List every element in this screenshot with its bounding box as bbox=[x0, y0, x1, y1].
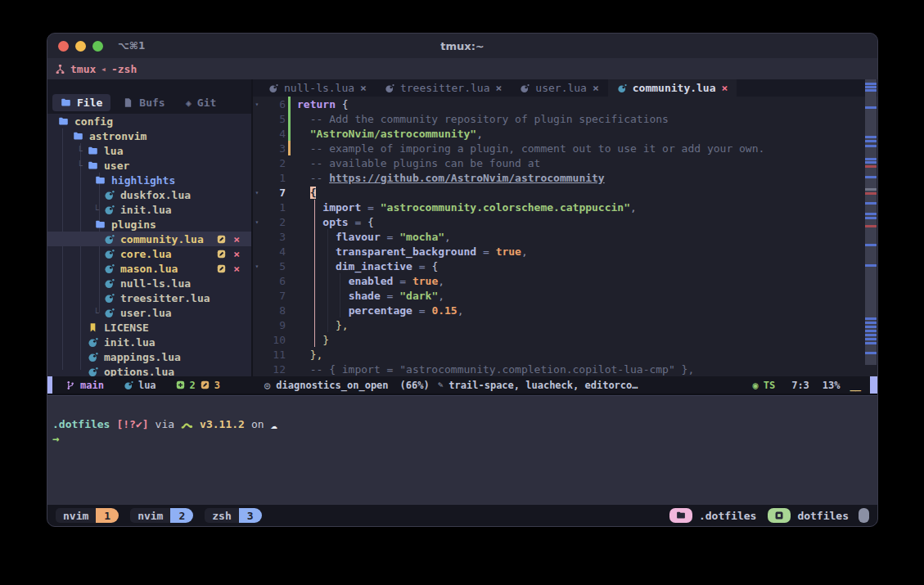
tmux-window-zsh-3[interactable]: zsh3 bbox=[205, 508, 261, 523]
buffer-tab-user.lua[interactable]: user.lua× bbox=[511, 79, 607, 97]
buffer-tab-treesitter.lua[interactable]: treesitter.lua× bbox=[376, 79, 511, 97]
buffer-tab-null-ls.lua[interactable]: null-ls.lua× bbox=[259, 79, 376, 97]
scrollbar-mark bbox=[865, 165, 877, 168]
tree-item-duskfox.lua[interactable]: duskfox.lua bbox=[47, 187, 251, 202]
tree-item-astronvim[interactable]: astronvim bbox=[47, 128, 251, 143]
code-line[interactable]: 9 }, bbox=[251, 317, 877, 332]
tree-item-name: mason.lua bbox=[120, 263, 178, 275]
code-line[interactable]: 2 -- available plugins can be found at bbox=[251, 155, 877, 170]
buffer-tab-community.lua[interactable]: community.lua× bbox=[608, 79, 737, 97]
line-number: 3 bbox=[263, 231, 286, 243]
sign-column bbox=[286, 244, 294, 259]
tmux-window-index: 1 bbox=[96, 508, 119, 523]
code-line[interactable]: 4 "AstroNvim/astrocommunity", bbox=[251, 126, 877, 141]
tmux-status-dotfiles: .dotfiles bbox=[669, 508, 763, 523]
code-line[interactable]: 4 transparent_background = true, bbox=[251, 244, 877, 259]
code-line[interactable]: 6 enabled = true, bbox=[251, 273, 877, 288]
code-text: enabled = true, bbox=[297, 275, 444, 287]
fold-icon[interactable]: ▾ bbox=[251, 218, 263, 226]
folder-icon bbox=[669, 508, 692, 523]
code-line[interactable]: ▾7 { bbox=[251, 185, 877, 200]
tmux-window-nvim-2[interactable]: nvim2 bbox=[130, 508, 193, 523]
scrollbar-mark bbox=[865, 225, 877, 227]
sign-column bbox=[286, 155, 294, 170]
minimize-window-button[interactable] bbox=[75, 41, 86, 52]
tree-item-options.lua[interactable]: options.lua bbox=[47, 364, 251, 376]
scroll-percent: 13% bbox=[823, 380, 841, 391]
close-icon[interactable]: × bbox=[722, 82, 728, 94]
code-line[interactable]: 5 -- Add the community repository of plu… bbox=[251, 111, 877, 126]
file-badges: × bbox=[217, 263, 251, 274]
sign-column bbox=[286, 288, 294, 303]
fold-icon[interactable]: ▾ bbox=[251, 263, 263, 270]
close-icon[interactable]: × bbox=[360, 82, 367, 94]
diagnostics-icon: ◎ bbox=[264, 380, 270, 391]
window-title: tmux:~ bbox=[47, 40, 877, 52]
lua-icon bbox=[103, 190, 115, 200]
line-number: 1 bbox=[263, 201, 286, 214]
code-text: flavour = "mocha", bbox=[297, 231, 451, 243]
tree-item-treesitter.lua[interactable]: treesitter.lua bbox=[47, 290, 251, 305]
sidebar-tab-git[interactable]: ◈Git bbox=[178, 94, 225, 111]
code-area[interactable]: ▾6return {5 -- Add the community reposit… bbox=[251, 97, 877, 376]
tree-item-null-ls.lua[interactable]: null-ls.lua bbox=[47, 276, 251, 290]
sign-column bbox=[286, 185, 294, 200]
code-line[interactable]: ▾5 dim_inactive = { bbox=[251, 259, 877, 273]
close-icon[interactable]: × bbox=[593, 82, 599, 94]
close-window-button[interactable] bbox=[58, 41, 69, 52]
code-line[interactable]: 1 -- https://github.com/AstroNvim/astroc… bbox=[251, 170, 877, 185]
formatters-list: trail-space, luacheck, editorco… bbox=[448, 380, 638, 391]
code-line[interactable]: 1 import = "astrocommunity.colorscheme.c… bbox=[251, 200, 877, 214]
panel-divider[interactable] bbox=[251, 79, 253, 376]
ruler-cursor-marker: __ bbox=[850, 380, 860, 391]
tree-item-user[interactable]: └user bbox=[47, 158, 251, 173]
tree-item-config[interactable]: config bbox=[47, 114, 251, 128]
tree-item-init.lua[interactable]: └init.lua bbox=[47, 202, 251, 217]
lua-icon bbox=[520, 83, 530, 93]
tree-item-LICENSE[interactable]: LICENSE bbox=[47, 320, 251, 335]
shell-pane[interactable]: .dotfiles [!?✔] via v3.11.2 on ☁ → bbox=[47, 395, 877, 505]
fold-icon[interactable]: ▾ bbox=[251, 189, 263, 196]
tree-item-highlights[interactable]: highlights bbox=[47, 173, 251, 187]
code-line[interactable]: 11 }, bbox=[251, 347, 877, 362]
filetype-segment: lua bbox=[124, 380, 156, 391]
tmux-status-dotfiles: dotfiles bbox=[768, 508, 855, 523]
tree-item-core.lua[interactable]: core.lua× bbox=[47, 246, 251, 261]
tmux-window-nvim-1[interactable]: nvim1 bbox=[56, 508, 119, 523]
scrollbar[interactable] bbox=[865, 79, 877, 365]
folder-icon bbox=[57, 116, 69, 127]
session-icon bbox=[768, 508, 791, 523]
tree-item-plugins[interactable]: plugins bbox=[47, 217, 251, 232]
scrollbar-mark bbox=[865, 338, 877, 340]
code-line[interactable]: 10 } bbox=[251, 332, 877, 347]
sidebar-tab-file[interactable]: File bbox=[52, 94, 110, 111]
code-text: transparent_background = true, bbox=[297, 245, 528, 258]
tree-item-mappings.lua[interactable]: mappings.lua bbox=[47, 349, 251, 364]
tree-item-community.lua[interactable]: community.lua× bbox=[47, 232, 251, 246]
titlebar[interactable]: ⌥⌘1 tmux:~ bbox=[47, 34, 877, 58]
tree-item-mason.lua[interactable]: mason.lua× bbox=[47, 261, 251, 276]
zoom-window-button[interactable] bbox=[92, 41, 103, 52]
sign-column bbox=[286, 200, 294, 214]
code-line[interactable]: ▾6return { bbox=[251, 97, 877, 111]
line-number: 4 bbox=[263, 245, 286, 258]
code-line[interactable]: ▾2 opts = { bbox=[251, 214, 877, 229]
code-line[interactable]: 12 -- { import = "astrocommunity.complet… bbox=[251, 362, 877, 376]
sidebar-tab-bufs[interactable]: Bufs bbox=[115, 94, 173, 111]
fold-icon[interactable]: ▾ bbox=[251, 101, 263, 108]
code-line[interactable]: 3 -- example of imporing a plugin, comme… bbox=[251, 141, 877, 155]
code-line[interactable]: 7 shade = "dark", bbox=[251, 288, 877, 303]
tree-item-user.lua[interactable]: └user.lua bbox=[47, 305, 251, 320]
git-changed-count: 3 bbox=[214, 380, 220, 391]
traffic-lights bbox=[58, 41, 103, 52]
tree-item-init.lua[interactable]: init.lua bbox=[47, 335, 251, 349]
code-line[interactable]: 3 flavour = "mocha", bbox=[251, 229, 877, 244]
scrollbar-mark bbox=[865, 317, 877, 320]
code-line[interactable]: 8 percentage = 0.15, bbox=[251, 303, 877, 317]
close-icon[interactable]: × bbox=[496, 82, 503, 94]
lsp-progress: (66%) bbox=[400, 380, 430, 391]
tree-item-lua[interactable]: └lua bbox=[47, 143, 251, 158]
tmux-window-name: zsh bbox=[205, 508, 238, 523]
window-shortcut-hint: ⌥⌘1 bbox=[118, 40, 145, 52]
formatters-segment: ✎ trail-space, luacheck, editorco… bbox=[438, 380, 638, 391]
